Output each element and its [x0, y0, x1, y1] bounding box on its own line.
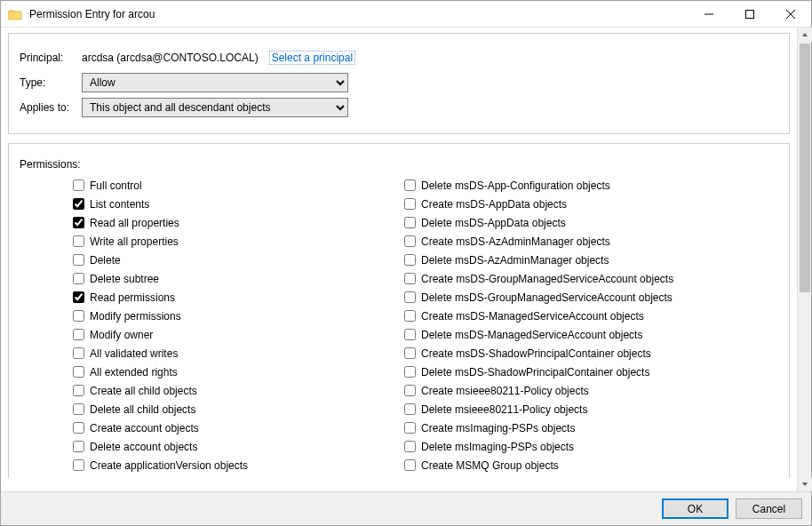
permission-checkbox[interactable]: [404, 366, 416, 378]
permission-label: Create msDS-GroupManagedServiceAccount o…: [421, 273, 673, 285]
permission-checkbox[interactable]: [404, 422, 416, 434]
permission-label: Delete msImaging-PSPs objects: [421, 441, 574, 453]
permission-checkbox[interactable]: [404, 347, 416, 359]
permission-checkbox[interactable]: [73, 179, 84, 191]
permission-checkbox[interactable]: [73, 347, 84, 359]
permission-checkbox[interactable]: [404, 198, 416, 210]
permissions-column-1: Full controlList contentsRead all proper…: [20, 176, 394, 474]
cancel-button[interactable]: Cancel: [736, 498, 802, 519]
permission-checkbox[interactable]: [73, 403, 84, 415]
scroll-up-arrow[interactable]: [798, 28, 812, 42]
permissions-column-2: Delete msDS-App-Configuration objectsCre…: [404, 176, 778, 474]
permission-checkbox[interactable]: [73, 254, 84, 266]
permission-label: Full control: [90, 179, 142, 192]
permission-checkbox[interactable]: [73, 329, 84, 340]
permission-checkbox[interactable]: [404, 441, 416, 452]
permissions-group: Permissions: Full controlList contentsRe…: [8, 143, 790, 478]
permission-checkbox[interactable]: [404, 459, 416, 471]
permission-item[interactable]: Create applicationVersion objects: [20, 456, 394, 474]
type-label: Type:: [20, 76, 82, 89]
permission-item[interactable]: Delete msDS-App-Configuration objects: [404, 176, 778, 195]
permission-label: Write all properties: [90, 235, 179, 248]
permission-label: Create MSMQ Group objects: [421, 459, 559, 472]
permission-checkbox[interactable]: [404, 273, 416, 284]
permission-checkbox[interactable]: [404, 385, 416, 396]
principal-group: Principal: arcdsa (arcdsa@CONTOSO.LOCAL)…: [8, 33, 790, 134]
permission-checkbox[interactable]: [73, 441, 84, 452]
permission-item[interactable]: Delete msDS-GroupManagedServiceAccount o…: [404, 288, 778, 307]
permission-checkbox[interactable]: [73, 273, 84, 284]
permission-checkbox[interactable]: [73, 366, 84, 378]
permission-checkbox[interactable]: [73, 235, 84, 247]
permission-item[interactable]: Delete msDS-ManagedServiceAccount object…: [404, 325, 778, 344]
window-title: Permission Entry for arcou: [29, 8, 155, 20]
permission-item[interactable]: Write all properties: [20, 232, 394, 251]
permission-item[interactable]: Delete all child objects: [20, 400, 394, 418]
permissions-label: Permissions:: [20, 158, 778, 171]
permission-item[interactable]: Delete msImaging-PSPs objects: [404, 437, 778, 456]
permission-checkbox[interactable]: [404, 329, 416, 340]
content-area: Principal: arcdsa (arcdsa@CONTOSO.LOCAL)…: [1, 28, 797, 491]
permission-label: Delete msieee80211-Policy objects: [421, 403, 587, 416]
permission-item[interactable]: Read all properties: [20, 213, 394, 232]
permission-checkbox[interactable]: [404, 254, 416, 266]
permission-item[interactable]: Create msDS-AppData objects: [404, 195, 778, 213]
permission-item[interactable]: Create msDS-ShadowPrincipalContainer obj…: [404, 344, 778, 363]
permission-item[interactable]: Delete: [20, 251, 394, 269]
permission-checkbox[interactable]: [73, 310, 84, 322]
vertical-scrollbar[interactable]: [797, 28, 811, 491]
permission-label: Read all properties: [90, 217, 179, 229]
permission-checkbox[interactable]: [404, 310, 416, 322]
ok-button[interactable]: OK: [662, 498, 728, 519]
permission-item[interactable]: Create account objects: [20, 418, 394, 437]
permission-item[interactable]: Create msieee80211-Policy objects: [404, 381, 778, 400]
type-select[interactable]: Allow: [82, 73, 348, 92]
select-principal-link[interactable]: Select a principal: [269, 51, 355, 65]
permission-checkbox[interactable]: [404, 403, 416, 415]
close-button[interactable]: [770, 1, 811, 28]
permission-item[interactable]: Modify owner: [20, 325, 394, 344]
permission-label: Read permissions: [90, 291, 175, 304]
principal-label: Principal:: [20, 52, 82, 64]
permission-label: Delete msDS-ShadowPrincipalContainer obj…: [421, 366, 649, 379]
permission-item[interactable]: Delete account objects: [20, 437, 394, 456]
permission-item[interactable]: Create msImaging-PSPs objects: [404, 418, 778, 437]
permission-item[interactable]: Delete msieee80211-Policy objects: [404, 400, 778, 418]
permission-item[interactable]: Delete msDS-ShadowPrincipalContainer obj…: [404, 363, 778, 381]
permission-item[interactable]: Create all child objects: [20, 381, 394, 400]
permission-item[interactable]: Create MSMQ Group objects: [404, 456, 778, 474]
permission-checkbox[interactable]: [73, 459, 84, 471]
permission-item[interactable]: Modify permissions: [20, 307, 394, 325]
permission-checkbox[interactable]: [73, 422, 84, 434]
permission-item[interactable]: List contents: [20, 195, 394, 213]
permission-item[interactable]: Full control: [20, 176, 394, 195]
scroll-down-arrow[interactable]: [798, 477, 812, 491]
permission-checkbox[interactable]: [73, 385, 84, 396]
permission-item[interactable]: Create msDS-ManagedServiceAccount object…: [404, 307, 778, 325]
permission-item[interactable]: Create msDS-AzAdminManager objects: [404, 232, 778, 251]
permission-checkbox[interactable]: [73, 198, 84, 210]
permission-item[interactable]: Create msDS-GroupManagedServiceAccount o…: [404, 269, 778, 288]
permission-item[interactable]: All extended rights: [20, 363, 394, 381]
permission-item[interactable]: All validated writes: [20, 344, 394, 363]
permission-item[interactable]: Read permissions: [20, 288, 394, 307]
permission-checkbox[interactable]: [404, 217, 416, 228]
permission-checkbox[interactable]: [404, 235, 416, 247]
applies-to-label: Applies to:: [20, 101, 82, 114]
permission-checkbox[interactable]: [404, 291, 416, 303]
permission-entry-window: Permission Entry for arcou Principal: ar…: [0, 0, 812, 526]
applies-to-select[interactable]: This object and all descendant objects: [82, 98, 348, 117]
permission-label: Delete subtree: [90, 273, 159, 285]
minimize-button[interactable]: [689, 1, 729, 28]
permission-item[interactable]: Delete subtree: [20, 269, 394, 288]
permission-item[interactable]: Delete msDS-AppData objects: [404, 213, 778, 232]
permission-checkbox[interactable]: [73, 291, 84, 303]
scrollbar-thumb[interactable]: [800, 44, 810, 292]
permission-checkbox[interactable]: [404, 179, 416, 191]
permission-label: Modify permissions: [90, 310, 181, 323]
permission-checkbox[interactable]: [73, 217, 84, 228]
maximize-button[interactable]: [729, 1, 770, 28]
permission-label: Delete msDS-AppData objects: [421, 217, 566, 229]
permission-label: All validated writes: [90, 347, 178, 360]
permission-item[interactable]: Delete msDS-AzAdminManager objects: [404, 251, 778, 269]
